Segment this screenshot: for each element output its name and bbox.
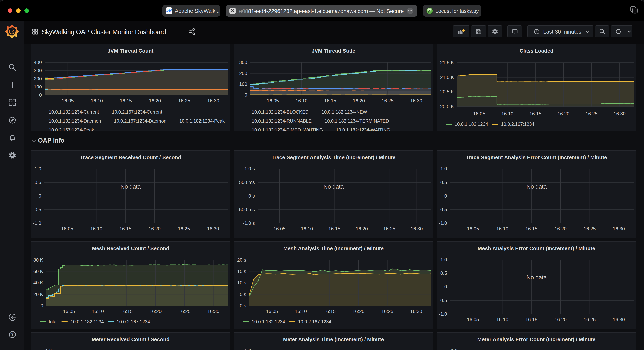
svg-text:60 K: 60 K [34,269,43,274]
svg-text:-0.5: -0.5 [33,207,41,212]
svg-text:No data: No data [526,183,547,190]
svg-text:20.5 K: 20.5 K [440,89,454,95]
svg-text:16:20: 16:20 [150,309,162,314]
svg-text:300: 300 [239,59,247,65]
svg-text:-0.5: -0.5 [439,207,447,212]
svg-text:16:10: 16:10 [301,226,313,231]
svg-text:15 s: 15 s [237,269,246,274]
svg-text:21.5 K: 21.5 K [440,60,454,65]
svg-text:16:25: 16:25 [584,317,596,322]
svg-text:300: 300 [34,68,42,73]
svg-text:200: 200 [239,70,247,76]
svg-text:0: 0 [444,193,447,198]
svg-text:16:20: 16:20 [557,111,569,117]
svg-text:0.5: 0.5 [440,179,447,185]
svg-text:-1.0 s: -1.0 s [243,220,255,226]
svg-text:1.0: 1.0 [45,348,52,350]
svg-text:20.0 K: 20.0 K [440,104,454,109]
svg-text:16:25: 16:25 [178,98,190,104]
svg-text:1.0: 1.0 [451,348,458,350]
svg-text:21.0 K: 21.0 K [440,74,454,80]
svg-text:0: 0 [244,92,247,98]
svg-text:0: 0 [41,303,43,309]
svg-text:1.0 s: 1.0 s [244,166,255,172]
svg-text:16:30: 16:30 [410,309,422,314]
svg-text:16:30: 16:30 [207,309,219,314]
svg-text:16:20: 16:20 [149,226,161,231]
svg-text:16:10: 16:10 [501,111,513,117]
svg-text:16:15: 16:15 [324,309,336,314]
svg-text:16:05: 16:05 [467,317,479,322]
svg-text:16:10: 16:10 [91,98,103,104]
svg-text:16:05: 16:05 [266,309,278,314]
svg-text:-1.0: -1.0 [439,220,447,226]
svg-text:16:25: 16:25 [383,226,395,231]
svg-text:16:30: 16:30 [613,317,625,322]
svg-text:16:20: 16:20 [554,226,566,231]
svg-text:16:05: 16:05 [61,226,73,231]
svg-text:0: 0 [39,92,42,98]
svg-text:16:20: 16:20 [149,98,161,104]
svg-text:16:05: 16:05 [62,98,74,104]
svg-text:16:05: 16:05 [267,98,279,104]
svg-text:0 s: 0 s [240,303,246,309]
svg-text:16:30: 16:30 [410,98,422,104]
svg-text:-1.0: -1.0 [33,220,41,226]
svg-text:80 K: 80 K [34,257,43,263]
svg-text:16:20: 16:20 [356,226,368,231]
svg-text:16:20: 16:20 [352,309,364,314]
svg-text:16:20: 16:20 [554,317,566,322]
svg-text:100: 100 [239,81,247,87]
svg-text:200: 200 [34,76,42,81]
svg-text:-1.0: -1.0 [439,311,447,317]
svg-text:0 s: 0 s [248,193,255,198]
svg-text:16:10: 16:10 [496,226,508,231]
svg-text:0: 0 [444,284,447,290]
svg-text:16:15: 16:15 [529,111,541,117]
svg-text:20 K: 20 K [34,292,43,297]
svg-text:16:30: 16:30 [614,111,626,117]
svg-text:16:15: 16:15 [525,226,537,231]
svg-text:16:25: 16:25 [584,226,596,231]
svg-text:16:05: 16:05 [273,226,286,231]
svg-text:100: 100 [34,84,42,90]
svg-text:16:15: 16:15 [120,226,132,231]
svg-text:16:10: 16:10 [92,309,104,314]
svg-text:1.0: 1.0 [34,166,41,172]
svg-text:10 s: 10 s [237,280,246,286]
svg-text:5 s: 5 s [240,292,246,297]
svg-text:16:10: 16:10 [295,309,307,314]
svg-text:16:15: 16:15 [120,98,132,104]
svg-text:0.5: 0.5 [440,271,447,276]
svg-text:16:10: 16:10 [496,317,508,322]
svg-text:16:15: 16:15 [324,98,336,104]
svg-text:16:15: 16:15 [525,317,537,322]
svg-text:16:25: 16:25 [586,111,598,117]
svg-text:-500 ms: -500 ms [237,207,255,212]
svg-text:?: ? [11,332,14,337]
svg-text:0: 0 [38,193,41,198]
svg-text:16:05: 16:05 [467,226,479,231]
svg-text:500 ms: 500 ms [239,179,255,185]
svg-text:No data: No data [324,183,344,190]
svg-text:16:10: 16:10 [90,226,102,231]
svg-text:0.5: 0.5 [34,179,41,185]
svg-text:16:05: 16:05 [473,111,485,117]
svg-text:40 K: 40 K [34,280,43,286]
svg-text:16:20: 16:20 [353,98,365,104]
svg-text:16:30: 16:30 [207,98,219,104]
svg-text:16:30: 16:30 [411,226,423,231]
svg-text:16:25: 16:25 [382,309,394,314]
svg-text:16:30: 16:30 [613,226,625,231]
svg-text:-0.5: -0.5 [439,298,447,303]
svg-text:1.0 s: 1.0 s [244,348,255,350]
svg-text:No data: No data [526,274,547,281]
svg-text:16:25: 16:25 [178,309,190,314]
svg-text:400: 400 [34,59,42,65]
svg-text:16:15: 16:15 [121,309,133,314]
svg-text:16:10: 16:10 [296,98,308,104]
svg-text:1.0: 1.0 [440,257,447,262]
svg-text:16:25: 16:25 [178,226,190,231]
svg-text:16:05: 16:05 [63,309,75,314]
svg-text:1.0: 1.0 [440,166,447,172]
